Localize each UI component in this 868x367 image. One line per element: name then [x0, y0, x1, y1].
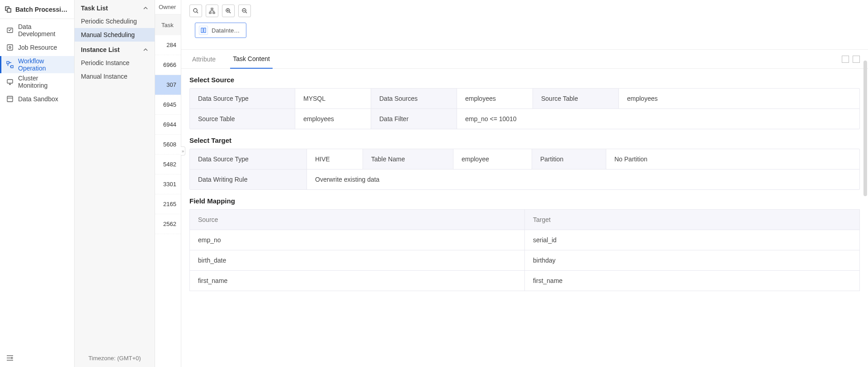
primary-nav: Data Development Job Resource Workflow O… — [0, 19, 74, 349]
svg-rect-10 — [211, 8, 213, 9]
sub-item-periodic-instance[interactable]: Periodic Instance — [75, 56, 155, 70]
sidebar-item-label: Cluster Monitoring — [18, 75, 68, 89]
sidebar-item-label: Workflow Operation — [18, 57, 68, 72]
monitor-icon — [6, 78, 14, 85]
maximize-panel-button[interactable] — [853, 56, 860, 63]
svg-point-4 — [9, 47, 11, 48]
sidebar-footer — [0, 349, 74, 367]
sidebar-item-workflow-operation[interactable]: Workflow Operation — [0, 56, 74, 73]
target-partition-value: No Partition — [606, 149, 859, 169]
task-row[interactable]: 5608 — [155, 135, 181, 155]
source-data-source-type-label: Data Source Type — [190, 89, 295, 108]
tab-attribute[interactable]: Attribute — [189, 50, 218, 69]
chevron-up-icon — [143, 47, 148, 52]
mapping-table: Source Target emp_noserial_idbirth_dateb… — [189, 209, 860, 291]
tab-label: Attribute — [192, 56, 216, 63]
target-table: Data Source Type HIVE Table Name employe… — [189, 149, 860, 190]
mapping-head-source: Source — [190, 210, 524, 230]
task-rows: 28469663076945694456085482330121652562 — [155, 35, 181, 234]
main-area: DataInte… Attribute Task Content Select … — [181, 0, 868, 367]
scrollbar-track — [863, 50, 867, 367]
detail-tabs: Attribute Task Content — [181, 50, 868, 69]
select-source-heading: Select Source — [189, 76, 860, 84]
task-row[interactable]: 284 — [155, 35, 181, 55]
canvas-toolbar — [189, 5, 860, 17]
sandbox-icon — [6, 95, 14, 103]
mapping-source-cell: emp_no — [190, 230, 524, 250]
schema-button[interactable] — [206, 5, 218, 17]
svg-rect-6 — [11, 66, 13, 68]
writing-rule-label: Data Writing Rule — [190, 169, 307, 189]
task-row[interactable]: 5482 — [155, 155, 181, 174]
section-header-task-list[interactable]: Task List — [75, 0, 155, 14]
minimize-panel-button[interactable] — [842, 56, 849, 63]
mapping-source-cell: birth_date — [190, 250, 524, 270]
chevron-up-icon — [143, 5, 148, 11]
source-table-value-2: employees — [295, 109, 371, 129]
data-dev-icon — [6, 27, 14, 34]
task-row[interactable]: 6945 — [155, 95, 181, 115]
target-table-name-label: Table Name — [363, 149, 453, 169]
task-row[interactable]: 3301 — [155, 174, 181, 194]
zoom-out-button[interactable] — [238, 5, 251, 17]
task-row[interactable]: 307 — [155, 75, 181, 95]
sidebar-item-label: Data Development — [18, 23, 68, 38]
scrollbar-thumb[interactable] — [863, 61, 867, 196]
workflow-node-datainte[interactable]: DataInte… — [195, 23, 246, 38]
zoom-in-icon — [225, 8, 231, 14]
task-row[interactable]: 6966 — [155, 55, 181, 75]
mapping-head-target: Target — [524, 210, 859, 230]
source-data-sources-value: employees — [457, 89, 533, 108]
mapping-target-cell: serial_id — [524, 230, 859, 250]
svg-rect-7 — [7, 80, 13, 83]
sidebar-item-cluster-monitoring[interactable]: Cluster Monitoring — [0, 73, 74, 90]
mapping-target-cell: birthday — [524, 250, 859, 270]
sub-item-label: Manual Instance — [81, 73, 127, 80]
svg-point-9 — [193, 9, 197, 12]
sub-item-manual-instance[interactable]: Manual Instance — [75, 70, 155, 83]
mapping-row: emp_noserial_id — [190, 230, 859, 250]
target-data-source-type-value: HIVE — [307, 149, 363, 169]
sidebar-item-job-resource[interactable]: Job Resource — [0, 39, 74, 56]
tab-task-content[interactable]: Task Content — [230, 50, 273, 69]
task-row[interactable]: 6944 — [155, 115, 181, 135]
product-header: Batch Processing… — [0, 0, 74, 19]
field-mapping-heading: Field Mapping — [189, 197, 860, 205]
owner-filter[interactable]: Owner — [155, 0, 181, 14]
source-data-sources-label: Data Sources — [371, 89, 457, 108]
zoom-in-button[interactable] — [222, 5, 235, 17]
source-table: Data Source Type MYSQL Data Sources empl… — [189, 88, 860, 129]
sub-item-label: Periodic Scheduling — [81, 18, 137, 25]
svg-rect-11 — [209, 12, 211, 14]
collapse-icon[interactable] — [6, 355, 14, 361]
sidebar-item-data-sandbox[interactable]: Data Sandbox — [0, 90, 74, 108]
source-table-value: employees — [618, 89, 859, 108]
section-header-instance-list[interactable]: Instance List — [75, 42, 155, 56]
mapping-target-cell: first_name — [524, 271, 859, 291]
node-type-icon — [199, 26, 208, 35]
mapping-row: first_namefirst_name — [190, 270, 859, 291]
target-table-name-value: employee — [453, 149, 532, 169]
product-title: Batch Processing… — [15, 6, 70, 13]
tab-label: Task Content — [233, 55, 270, 62]
source-table-label-2: Source Table — [190, 109, 295, 129]
app-root: Batch Processing… Data Development Job R… — [0, 0, 868, 367]
sub-item-periodic-scheduling[interactable]: Periodic Scheduling — [75, 14, 155, 28]
task-row[interactable]: 2165 — [155, 194, 181, 214]
svg-rect-12 — [213, 12, 215, 14]
source-table-label: Source Table — [533, 89, 618, 108]
workflow-canvas: DataInte… — [181, 0, 868, 50]
sub-item-manual-scheduling[interactable]: Manual Scheduling — [75, 28, 155, 42]
task-list-column: Owner Task 28469663076945694456085482330… — [155, 0, 181, 367]
job-resource-icon — [6, 44, 14, 51]
search-button[interactable] — [189, 5, 202, 17]
zoom-out-icon — [241, 8, 248, 14]
svg-rect-8 — [7, 96, 13, 102]
workflow-icon — [6, 61, 14, 68]
sub-item-label: Periodic Instance — [81, 59, 129, 66]
section-header-label: Instance List — [81, 46, 120, 53]
node-label: DataInte… — [212, 27, 240, 34]
source-data-source-type-value: MYSQL — [295, 89, 371, 108]
task-row[interactable]: 2562 — [155, 214, 181, 234]
sidebar-item-data-development[interactable]: Data Development — [0, 22, 74, 39]
